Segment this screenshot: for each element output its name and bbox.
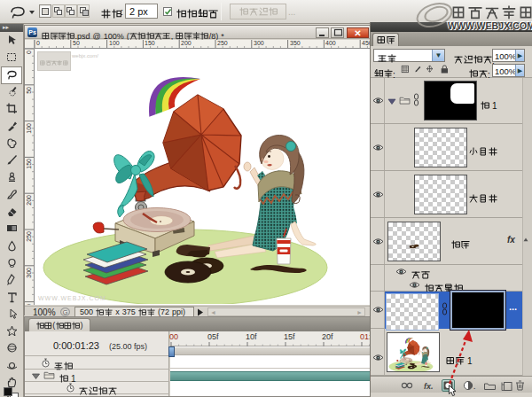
svg-text:fx.: fx. <box>424 382 434 391</box>
